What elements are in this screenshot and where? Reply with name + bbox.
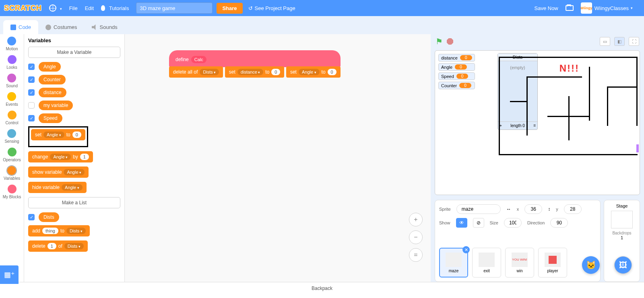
y-input[interactable]: [564, 204, 582, 214]
sprite-name-input[interactable]: [456, 204, 501, 214]
variable-reporter[interactable]: my variable: [39, 101, 73, 110]
variable-monitor[interactable]: Angle0: [438, 63, 475, 71]
variable-reporter[interactable]: distance: [39, 88, 66, 97]
tab-code[interactable]: Code: [3, 20, 38, 34]
make-variable-button[interactable]: Make a Variable: [28, 47, 120, 58]
hide-variable-block[interactable]: hide variable Angle: [28, 182, 87, 193]
value-input[interactable]: 0: [328, 69, 336, 75]
show-label: Show: [439, 220, 450, 225]
sprite-thumbnail: YOU WIN!: [512, 253, 528, 267]
stop-button[interactable]: [447, 38, 453, 45]
backdrop-thumbnail[interactable]: [611, 211, 633, 228]
size-input[interactable]: [504, 218, 522, 228]
file-menu[interactable]: File: [69, 5, 78, 11]
variable-checkbox[interactable]: ✓: [28, 115, 35, 121]
y-label: y: [556, 207, 558, 212]
fullscreen-button[interactable]: ⛶: [629, 37, 639, 46]
tutorials-button[interactable]: Tutorials: [101, 5, 129, 11]
tab-costumes[interactable]: Costumes: [38, 20, 85, 34]
account-menu[interactable]: WiingyClasses: [594, 5, 633, 11]
set-angle-block[interactable]: set Angle to 0: [286, 66, 341, 78]
delete-all-block[interactable]: delete all of Dists: [169, 66, 223, 78]
show-variable-block[interactable]: show variable Angle: [28, 166, 89, 178]
value-input[interactable]: 0: [72, 132, 81, 138]
sprite-tile-player[interactable]: player: [538, 248, 567, 277]
category-variables[interactable]: Variables: [4, 166, 20, 181]
green-flag-button[interactable]: ⚑: [436, 37, 443, 46]
list-dropdown[interactable]: Dists: [200, 69, 219, 75]
stage[interactable]: distance0Angle0Speed0Counter0 Dists (emp…: [435, 50, 640, 195]
tab-sounds[interactable]: Sounds: [85, 20, 125, 34]
category-events[interactable]: Events: [6, 92, 18, 107]
value-input[interactable]: 1: [80, 154, 89, 160]
variable-reporter[interactable]: Speed: [39, 113, 62, 123]
set-variable-block[interactable]: set Angle to 0: [31, 129, 85, 140]
x-input[interactable]: [524, 204, 542, 214]
make-list-button[interactable]: Make a List: [28, 197, 120, 208]
value-input[interactable]: 0: [271, 69, 280, 75]
add-extension-button[interactable]: ▦⁺: [0, 265, 19, 284]
zoom-in-button[interactable]: +: [409, 213, 423, 226]
list-checkbox[interactable]: ✓: [28, 214, 35, 220]
variable-checkbox[interactable]: ✓: [28, 89, 35, 96]
large-stage-button[interactable]: ◧: [614, 37, 625, 46]
code-icon: [10, 25, 16, 30]
backpack[interactable]: Backpack: [0, 282, 644, 294]
sprite-tile-win[interactable]: YOU WIN!win: [505, 248, 534, 277]
category-motion[interactable]: Motion: [6, 37, 18, 51]
variable-dropdown[interactable]: Angle: [299, 69, 320, 75]
edit-menu[interactable]: Edit: [85, 5, 94, 11]
define-hat-block[interactable]: define Calc: [169, 50, 341, 67]
variable-checkbox[interactable]: ✓: [28, 102, 35, 109]
category-sensing[interactable]: Sensing: [4, 129, 19, 144]
see-project-page[interactable]: ↺See Project Page: [248, 5, 295, 11]
add-to-list-block[interactable]: add thing to Dists: [28, 225, 90, 236]
variable-dropdown[interactable]: Angle: [43, 132, 64, 138]
set-distance-block[interactable]: set distance to 0: [225, 66, 285, 78]
sprite-tile-maze[interactable]: maze✕: [439, 248, 468, 277]
variable-reporter[interactable]: Counter: [39, 75, 66, 84]
value-input[interactable]: 1: [47, 243, 56, 249]
brush-icon: [45, 25, 51, 30]
variable-checkbox[interactable]: ✓: [28, 76, 35, 83]
variable-reporter[interactable]: Angle: [39, 62, 61, 72]
scripts-workspace[interactable]: define Calc delete all of Dists set dist…: [125, 34, 431, 282]
small-stage-button[interactable]: ▭: [600, 37, 610, 46]
project-title-input[interactable]: [136, 2, 213, 14]
list-dropdown[interactable]: Dists: [66, 228, 86, 234]
variable-monitor[interactable]: Counter0: [438, 82, 475, 89]
variable-dropdown[interactable]: Angle: [62, 184, 83, 191]
direction-input[interactable]: [550, 218, 568, 228]
zoom-reset-button[interactable]: =: [409, 248, 423, 262]
variable-dropdown[interactable]: Angle: [64, 169, 85, 175]
list-dropdown[interactable]: Dists: [64, 243, 84, 249]
category-operators[interactable]: Operators: [3, 148, 21, 162]
category-looks[interactable]: Looks: [6, 55, 17, 70]
change-variable-block[interactable]: change Angle by 1: [28, 151, 93, 162]
delete-of-list-block[interactable]: delete 1 of Dists: [28, 240, 88, 252]
add-sprite-button[interactable]: 🐱: [582, 256, 600, 274]
language-menu[interactable]: [49, 4, 62, 12]
zoom-out-button[interactable]: −: [409, 230, 423, 244]
list-reporter[interactable]: Dists: [39, 212, 59, 222]
share-button[interactable]: Share: [217, 3, 242, 14]
delete-sprite-button[interactable]: ✕: [462, 246, 470, 253]
scratch-logo[interactable]: SCRATCH: [4, 4, 42, 12]
variable-dropdown[interactable]: distance: [237, 69, 264, 75]
category-sound[interactable]: Sound: [6, 74, 18, 88]
category-my-blocks[interactable]: My Blocks: [3, 185, 21, 199]
category-control[interactable]: Control: [5, 111, 18, 125]
visible-button[interactable]: 👁: [456, 218, 467, 228]
hidden-button[interactable]: ⊘: [473, 218, 484, 228]
variable-monitor[interactable]: Speed0: [438, 72, 475, 80]
variable-checkbox[interactable]: ✓: [28, 64, 35, 70]
add-backdrop-button[interactable]: 🖼: [614, 256, 632, 274]
variable-dropdown[interactable]: Angle: [50, 154, 71, 160]
value-input[interactable]: thing: [42, 228, 58, 234]
mystuff[interactable]: [566, 5, 574, 11]
save-now[interactable]: Save Now: [535, 5, 558, 11]
variable-monitor[interactable]: distance0: [438, 54, 475, 62]
script-stack[interactable]: define Calc delete all of Dists set dist…: [169, 50, 341, 82]
sprite-tile-exit[interactable]: exit: [472, 248, 501, 277]
folder-icon: [566, 5, 574, 11]
